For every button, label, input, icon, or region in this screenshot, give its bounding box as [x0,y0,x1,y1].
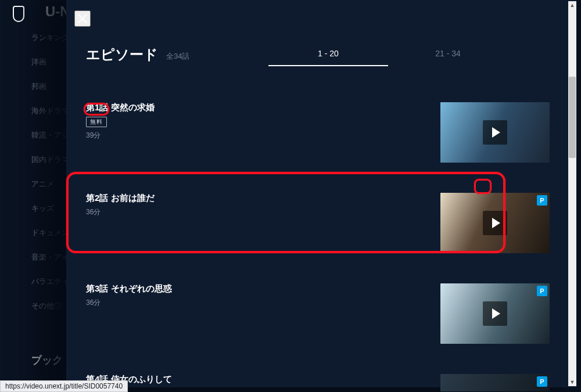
play-icon [483,211,507,235]
point-badge-icon: P [537,286,547,296]
scroll-up-icon[interactable]: ▲ [568,1,576,9]
episode-title: 第1話 突然の求婚 [86,102,155,113]
episode-row[interactable]: 第4話 侍女のふりして 36分 P [86,368,557,392]
point-badge-icon: P [537,376,547,387]
episode-modal: ▲ ▼ エピソード 全34話 1 - 20 21 - 34 第1話 突然の求婚 … [66,0,576,387]
point-badge-icon: P [537,195,547,206]
free-badge: 無料 [86,117,107,127]
episode-duration: 36分 [86,298,172,308]
scrollbar-thumb[interactable] [569,77,576,158]
episode-title: 第2話 お前は誰だ [86,193,155,204]
episode-row[interactable]: 第3話 それぞれの思惑 36分 P [86,278,557,368]
tab-range-2[interactable]: 21 - 34 [388,45,508,66]
scroll-down-icon[interactable]: ▼ [568,378,576,386]
status-bar-url: https://video.unext.jp/title/SID0057740 [0,380,128,392]
tab-range-1[interactable]: 1 - 20 [268,45,388,66]
episode-total: 全34話 [166,51,189,64]
episode-thumbnail[interactable] [440,102,550,163]
episode-duration: 36分 [86,207,155,217]
thumbnail-image [440,374,550,391]
brand-logo-icon [13,6,24,22]
modal-heading: エピソード [86,45,158,64]
play-icon [483,120,507,145]
book-heading: ブック [31,353,63,367]
episode-duration: 39分 [86,131,155,141]
episode-row[interactable]: 第1話 突然の求婚 無料 39分 [86,96,557,187]
play-icon [483,301,507,326]
episode-list: 第1話 突然の求婚 無料 39分 第2話 お前は誰だ 36分 P [86,96,557,392]
episode-thumbnail[interactable]: P [440,283,550,344]
episode-thumbnail[interactable]: P [440,193,550,253]
episode-range-tabs: 1 - 20 21 - 34 [268,45,508,66]
scrollbar-track[interactable]: ▲ ▼ [568,1,576,386]
episode-thumbnail[interactable]: P [440,374,550,391]
episode-title: 第3話 それぞれの思惑 [86,283,172,294]
episode-row[interactable]: 第2話 お前は誰だ 36分 P [86,187,557,278]
